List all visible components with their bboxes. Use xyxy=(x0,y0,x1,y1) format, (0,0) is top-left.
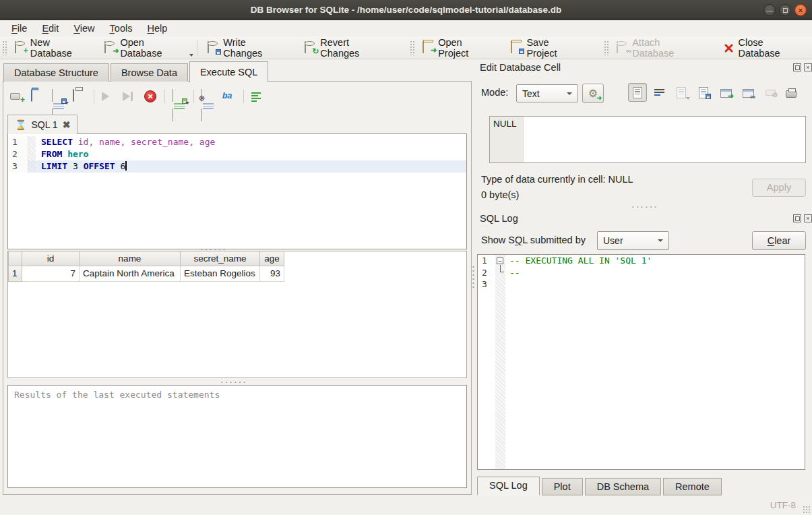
close-dock-icon[interactable]: × xyxy=(804,63,812,71)
execute-all-icon xyxy=(102,90,115,103)
cell-secret-name[interactable]: Esteban Rogelios xyxy=(181,266,260,281)
import-icon xyxy=(677,87,686,98)
float-dock-icon[interactable] xyxy=(793,63,801,71)
sql-tab-label: SQL 1 xyxy=(31,119,57,130)
cell-editor[interactable]: NULL xyxy=(489,116,806,163)
sql-toolbar-separator xyxy=(243,90,244,103)
results-grid[interactable]: id name secret_name age 1 7 Captain Nort… xyxy=(7,251,467,378)
save-results-icon[interactable] xyxy=(173,90,186,103)
attach-database-icon: ∞ xyxy=(617,42,628,53)
menu-edit[interactable]: Edit xyxy=(34,21,66,36)
close-sql-tab-icon[interactable]: ✖ xyxy=(63,119,71,130)
import-cell-data-button xyxy=(673,84,689,101)
cell-age[interactable]: 93 xyxy=(260,266,284,281)
open-sql-file-icon[interactable] xyxy=(31,90,44,103)
tab-database-structure[interactable]: Database Structure xyxy=(3,63,109,82)
stop-execution-icon[interactable]: ✕ xyxy=(144,90,157,103)
splitter-handle[interactable]: ······ xyxy=(219,380,249,384)
tab-execute-sql[interactable]: Execute SQL xyxy=(189,61,268,82)
format-sql-icon[interactable] xyxy=(251,90,265,103)
toolbar-drag-handle[interactable] xyxy=(2,40,7,55)
close-dock-icon[interactable]: × xyxy=(804,214,812,222)
word-wrap-button[interactable] xyxy=(651,84,667,101)
open-in-external-app-button[interactable]: ➜ xyxy=(718,84,734,101)
write-changes-button[interactable]: Write Changes xyxy=(201,38,292,58)
resize-grip[interactable] xyxy=(803,506,811,514)
vertical-splitter-handle[interactable] xyxy=(472,265,475,288)
copy-link-button[interactable]: ∞ xyxy=(740,84,756,101)
log-line: 1 − -- EXECUTING ALL IN 'SQL 1' xyxy=(478,255,805,267)
code-line: 1 SELECT id, name, secret_name, age xyxy=(8,136,466,148)
sql-document-tab[interactable]: ⌛ SQL 1 ✖ xyxy=(7,115,77,134)
auto-switch-mode-button[interactable]: ⚙ ➜ xyxy=(582,84,604,103)
open-database-icon: ➜ xyxy=(104,42,116,53)
fold-collapse-icon[interactable]: − xyxy=(497,258,503,264)
word-wrap-icon xyxy=(654,88,664,97)
menu-file[interactable]: File xyxy=(4,21,34,36)
tab-plot[interactable]: Plot xyxy=(542,478,583,495)
table-row[interactable]: 1 7 Captain North America Esteban Rogeli… xyxy=(9,266,284,281)
auto-completion-icon[interactable]: ba xyxy=(222,90,236,103)
window-controls: — × xyxy=(763,4,807,16)
open-project-button[interactable]: ➜ Open Project xyxy=(416,38,499,58)
column-header-name[interactable]: name xyxy=(80,251,181,266)
menu-help[interactable]: Help xyxy=(139,21,175,36)
mode-select[interactable]: Text xyxy=(516,84,578,102)
sql-toolbar-separator xyxy=(94,90,94,103)
clear-log-button[interactable]: Clear xyxy=(752,231,806,250)
save-sql-file-icon[interactable] xyxy=(52,90,65,103)
sql-log-editor[interactable]: 1 − -- EXECUTING ALL IN 'SQL 1' 2 -- 3 xyxy=(477,254,805,470)
print-cell-button[interactable] xyxy=(783,84,799,101)
right-dock: Edit Database Cell × Mode: Text ⚙ ➜ ➜ ∞ … xyxy=(472,59,812,495)
new-sql-tab-icon[interactable]: + xyxy=(10,90,24,103)
print-sql-icon[interactable] xyxy=(73,90,86,103)
close-database-button[interactable]: Close Database xyxy=(717,38,812,58)
open-project-icon: ➜ xyxy=(423,42,434,53)
float-dock-icon[interactable] xyxy=(793,214,801,222)
save-project-button[interactable]: Save Project xyxy=(505,38,586,58)
find-text-icon[interactable]: ⌾ xyxy=(201,90,215,103)
open-database-button[interactable]: ➜ Open Database xyxy=(98,38,193,58)
column-header-secret-name[interactable]: secret_name xyxy=(181,251,260,266)
close-icon[interactable]: × xyxy=(794,4,807,16)
sql-editor[interactable]: 1 SELECT id, name, secret_name, age 2 FR… xyxy=(7,133,467,249)
open-database-dropdown-icon[interactable] xyxy=(189,54,193,57)
save-project-icon xyxy=(511,42,522,53)
row-number-header[interactable] xyxy=(9,251,22,266)
cell-type-info: Type of data currently in cell: NULL xyxy=(481,174,633,185)
tab-db-schema[interactable]: DB Schema xyxy=(585,478,661,495)
chevron-down-icon xyxy=(658,239,663,242)
results-message-box[interactable]: Results of the last executed statements xyxy=(7,385,467,488)
cell-name[interactable]: Captain North America xyxy=(80,266,181,281)
sql-toolbar-separator xyxy=(193,90,194,103)
column-header-age[interactable]: age xyxy=(260,251,284,266)
green-arrow-icon: ➜ xyxy=(728,92,734,100)
execute-sql-panel: + ✕ ⌾ ba ⌛ SQL 1 ✖ 1 SELECT id, name, se… xyxy=(3,81,472,495)
minimize-icon[interactable]: — xyxy=(763,4,776,16)
splitter-handle[interactable]: ······ xyxy=(630,205,660,209)
export-cell-data-button[interactable] xyxy=(695,84,712,101)
tab-remote[interactable]: Remote xyxy=(663,478,722,495)
menu-tools[interactable]: Tools xyxy=(102,21,140,36)
chain-link-icon: ∞ xyxy=(750,93,755,100)
cell-editor-content[interactable] xyxy=(524,117,805,162)
menu-view[interactable]: View xyxy=(66,21,102,36)
toolbar-drag-handle[interactable] xyxy=(604,40,608,55)
log-line: 3 xyxy=(478,278,805,291)
tab-browse-data[interactable]: Browse Data xyxy=(111,63,188,82)
text-view-toggle[interactable] xyxy=(628,83,647,102)
tab-sql-log[interactable]: SQL Log xyxy=(477,477,540,495)
log-filter-select[interactable]: User xyxy=(597,231,669,250)
line-number: 3 xyxy=(8,160,28,173)
log-text: -- EXECUTING ALL IN 'SQL 1' xyxy=(505,255,805,267)
column-header-id[interactable]: id xyxy=(22,251,80,266)
titlebar: DB Browser for SQLite - /home/user/code/… xyxy=(0,0,812,20)
maximize-icon[interactable] xyxy=(779,4,791,16)
chevron-down-icon xyxy=(567,92,572,95)
row-number-cell: 1 xyxy=(9,266,22,281)
cell-id[interactable]: 7 xyxy=(22,266,80,281)
new-database-button[interactable]: + New Database xyxy=(9,38,99,58)
toolbar-drag-handle[interactable] xyxy=(410,40,414,55)
revert-changes-button[interactable]: ↻ Revert Changes xyxy=(299,38,395,58)
bottom-dock-tabbar: SQL Log Plot DB Schema Remote xyxy=(477,477,724,495)
